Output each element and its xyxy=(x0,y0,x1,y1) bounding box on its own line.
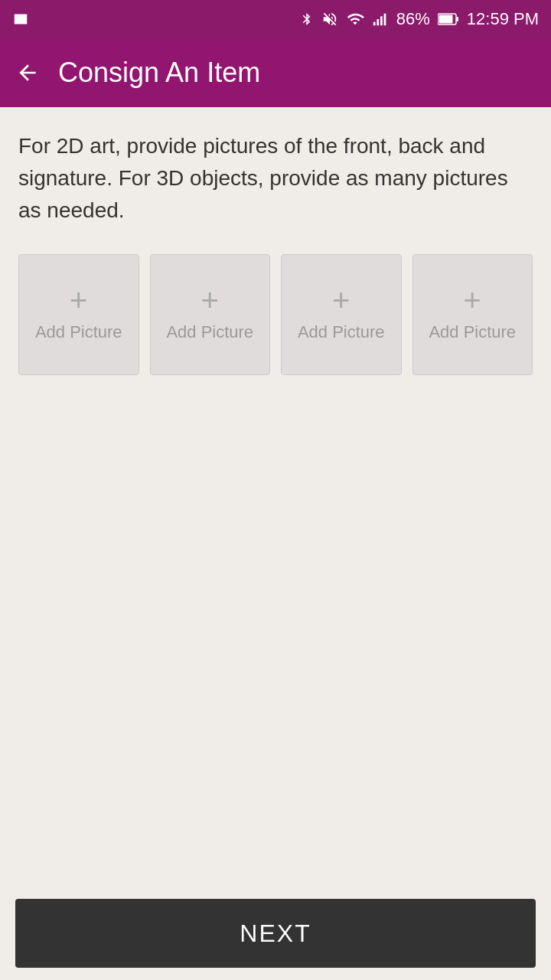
svg-rect-0 xyxy=(373,22,376,26)
picture-grid: + Add Picture + Add Picture + Add Pictur… xyxy=(18,254,533,375)
add-picture-label-4: Add Picture xyxy=(429,322,516,344)
next-button[interactable]: NEXT xyxy=(15,899,536,968)
plus-icon-1: + xyxy=(70,285,87,315)
mute-icon xyxy=(321,11,338,28)
plus-icon-4: + xyxy=(464,285,481,315)
battery-icon xyxy=(438,12,459,26)
svg-rect-3 xyxy=(383,14,386,26)
add-picture-2[interactable]: + Add Picture xyxy=(150,254,271,375)
plus-icon-3: + xyxy=(332,285,350,315)
add-picture-3[interactable]: + Add Picture xyxy=(281,254,402,375)
wifi-icon xyxy=(346,11,364,28)
back-arrow-icon xyxy=(15,60,40,85)
instruction-text: For 2D art, provide pictures of the fron… xyxy=(18,130,533,227)
photo-icon xyxy=(12,11,29,28)
battery-percent: 86% xyxy=(396,9,430,29)
status-right-info: 86% 12:59 PM xyxy=(300,9,539,29)
add-picture-1[interactable]: + Add Picture xyxy=(18,254,139,375)
time-display: 12:59 PM xyxy=(467,9,539,29)
status-bar: 86% 12:59 PM xyxy=(0,0,551,38)
svg-rect-5 xyxy=(456,17,458,21)
add-picture-4[interactable]: + Add Picture xyxy=(412,254,533,375)
main-content: For 2D art, provide pictures of the fron… xyxy=(0,107,551,887)
header: Consign An Item xyxy=(0,38,551,107)
bottom-bar: NEXT xyxy=(0,887,551,980)
plus-icon-2: + xyxy=(201,285,219,315)
svg-rect-6 xyxy=(439,15,452,24)
bluetooth-icon xyxy=(300,11,314,28)
back-button[interactable] xyxy=(15,60,40,85)
svg-rect-1 xyxy=(377,19,379,25)
svg-rect-2 xyxy=(380,16,383,25)
add-picture-label-2: Add Picture xyxy=(166,322,253,344)
add-picture-label-1: Add Picture xyxy=(35,322,122,344)
add-picture-label-3: Add Picture xyxy=(298,322,385,344)
signal-icon xyxy=(372,11,389,28)
page-title: Consign An Item xyxy=(58,57,260,89)
status-left-icons xyxy=(12,11,29,28)
